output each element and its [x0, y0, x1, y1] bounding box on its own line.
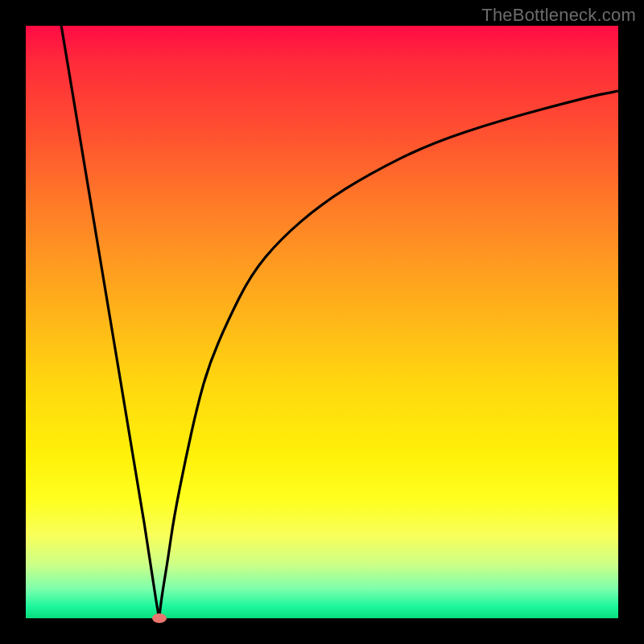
watermark-text: TheBottleneck.com	[481, 5, 636, 26]
plot-area	[26, 26, 618, 618]
bottleneck-curve	[26, 26, 618, 618]
minimum-marker	[152, 613, 167, 623]
chart-frame: TheBottleneck.com	[0, 0, 644, 644]
